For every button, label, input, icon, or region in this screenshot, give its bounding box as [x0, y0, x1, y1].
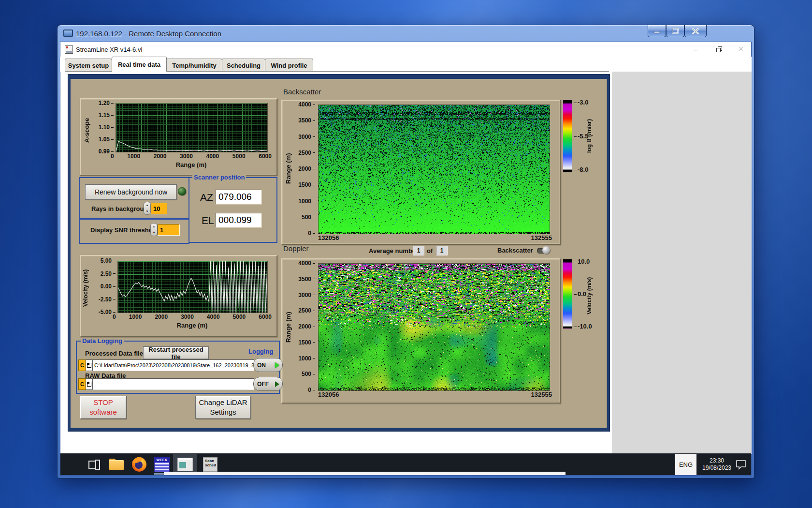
restart-processed-file-button[interactable]: Restart processed file: [143, 346, 209, 359]
average-number-field-2[interactable]: 1: [436, 246, 448, 255]
language-indicator[interactable]: ENG: [675, 454, 696, 475]
processed-logging-toggle[interactable]: ON: [253, 358, 283, 372]
az-label: AZ: [200, 192, 213, 203]
velocity-graph: Velocity (m/s) 5.00 2.50 0.00 -2.50 -5.0…: [80, 255, 277, 337]
taskbar-clock[interactable]: 23:30 19/08/2023: [699, 454, 734, 475]
renew-status-led: [178, 187, 186, 195]
el-value-field[interactable]: 000.099: [215, 213, 261, 227]
close-icon: [692, 28, 699, 34]
app-close-button[interactable]: ×: [731, 42, 751, 56]
tab-scheduling[interactable]: Scheduling: [222, 59, 265, 72]
remote-desktop-window: 192.168.0.122 - Remote Desktop Connectio…: [57, 25, 754, 478]
backscatter-colorbar-label: log B (/m/sr): [584, 104, 594, 168]
processed-drive-box[interactable]: C: [78, 359, 86, 371]
notification-center-icon[interactable]: [735, 459, 747, 470]
stop-software-button[interactable]: STOP software: [80, 396, 127, 419]
doppler-time-start: 132056: [318, 391, 339, 398]
front-panel-surface: A-scope 1.20 1.15 1.10 1.05 0.99 0 1000: [71, 79, 607, 428]
raw-path-browse[interactable]: [86, 378, 93, 390]
rdc-maximize-button[interactable]: [666, 25, 684, 37]
renew-background-button[interactable]: Renew background now: [85, 184, 177, 200]
file-explorer-button[interactable]: [107, 454, 126, 475]
average-number-label: Average number: [369, 247, 418, 254]
spinner-up-icon[interactable]: ▲: [153, 225, 156, 228]
scanner-position-title: Scanner position: [192, 174, 246, 180]
logging-label: Logging: [247, 348, 275, 355]
tab-system-setup[interactable]: System setup: [65, 59, 112, 72]
raw-path-field[interactable]: [92, 378, 254, 390]
tab-real-time-data[interactable]: Real time data: [112, 57, 167, 72]
a-scope-y-ticks: 1.20 1.15 1.10 1.05 0.99: [91, 100, 114, 154]
desktop: 192.168.0.122 - Remote Desktop Connectio…: [0, 0, 812, 508]
app-window-title: StreamLine XR v14-6.vi: [76, 46, 142, 53]
snr-threshold-label: Display SNR threshold: [90, 226, 158, 234]
labview-vi-icon: [65, 45, 73, 54]
average-number-field-1[interactable]: 1: [413, 246, 424, 255]
backscatter-time-start: 132056: [318, 235, 339, 241]
doppler-y-ticks: 4000 3500 3000 2500 2000 1500 1000 500 0: [294, 260, 315, 393]
remote-session-area: StreamLine XR v14-6.vi – × System setup …: [60, 42, 752, 476]
doppler-y-label: Range (m): [283, 300, 293, 354]
average-of-label: of: [427, 247, 433, 254]
a-scope-graph: A-scope 1.20 1.15 1.10 1.05 0.99 0 1000: [80, 98, 277, 176]
spinner-down-icon[interactable]: ▼: [153, 231, 156, 234]
velocity-y-ticks: 5.00 2.50 0.00 -2.50 -5.00: [91, 258, 116, 315]
raw-logging-toggle[interactable]: OFF: [253, 377, 283, 391]
spinner-down-icon[interactable]: ▼: [146, 210, 149, 213]
app-restore-button[interactable]: [709, 42, 728, 56]
file-explorer-icon: [109, 459, 124, 470]
toggle-knob-icon[interactable]: [542, 246, 550, 254]
velocity-x-ticks: 0 1000 2000 3000 4000 5000 6000: [113, 314, 272, 320]
el-label: EL: [202, 215, 214, 226]
backscatter-toggle-label: Backscatter: [497, 247, 533, 254]
task-view-icon: [88, 460, 100, 469]
change-lidar-settings-button[interactable]: Change LiDAR Settings: [195, 396, 251, 419]
processed-path-field[interactable]: C:\Lidar\Data\Proc\2023\202308\20230819\…: [92, 359, 254, 371]
rays-spinner[interactable]: ▲▼: [144, 202, 151, 215]
led-on-icon: [275, 362, 279, 368]
raw-drive-box[interactable]: C: [78, 378, 86, 390]
task-view-button[interactable]: [85, 454, 104, 475]
velocity-x-label: Range (m): [117, 322, 267, 329]
path-browse-icon: [87, 382, 91, 387]
velocity-plot: [117, 261, 268, 313]
week-app-icon: WEEK: [154, 457, 170, 472]
app-minimize-button[interactable]: –: [686, 42, 705, 56]
data-logging-group: Data Logging Processed Data file Restart…: [76, 341, 280, 394]
taskbar-date: 19/08/2023: [702, 464, 731, 472]
remote-desktop-icon: [63, 30, 72, 37]
processed-path-browse[interactable]: [86, 359, 93, 371]
rays-in-background-field[interactable]: 10: [151, 203, 167, 214]
rdc-close-button[interactable]: [684, 25, 707, 37]
backscatter-y-ticks: 4000 3500 3000 2500 2000 1500 1000 500 0: [294, 102, 315, 236]
doppler-heatmap: [318, 263, 550, 391]
snr-spinner[interactable]: ▲▼: [150, 223, 158, 236]
window-filler-area: [612, 72, 752, 454]
data-logging-title: Data Logging: [81, 338, 124, 344]
tab-wind-profile[interactable]: Wind profile: [265, 59, 313, 72]
firefox-icon: [132, 457, 146, 472]
doppler-time-end: 132555: [531, 391, 552, 398]
firefox-button[interactable]: [130, 454, 149, 475]
backscatter-toggle[interactable]: [537, 248, 550, 254]
spinner-up-icon[interactable]: ▲: [146, 204, 149, 207]
scanner-position-group: Scanner position AZ 079.006 EL 000.099: [188, 177, 277, 243]
tab-temp-humidity[interactable]: Temp/humidity: [166, 59, 222, 72]
path-browse-icon: [87, 363, 91, 368]
minimize-icon: [653, 29, 660, 33]
tab-strip: System setup Real time data Temp/humidit…: [60, 57, 752, 72]
front-panel: A-scope 1.20 1.15 1.10 1.05 0.99 0 1000: [68, 74, 610, 432]
az-value-field[interactable]: 079.006: [215, 190, 261, 204]
taskbar: WEEK Scansched ENG 23:30 19/08/2023: [60, 453, 751, 475]
backscatter-section-title: Backscatter: [283, 88, 321, 96]
backscatter-colorbar: -3.0 -5.5 -8.0: [563, 100, 572, 172]
led-off-icon: [275, 381, 279, 387]
app-titlebar[interactable]: StreamLine XR v14-6.vi: [60, 42, 751, 57]
streamline-app-icon: [177, 458, 193, 471]
backscatter-y-label: Range (m): [283, 142, 293, 195]
rdc-minimize-button[interactable]: [648, 25, 666, 37]
snr-threshold-field[interactable]: 1: [158, 224, 180, 236]
restore-icon: [716, 46, 721, 51]
a-scope-x-label: Range (m): [116, 161, 267, 168]
a-scope-plot: [116, 103, 268, 152]
